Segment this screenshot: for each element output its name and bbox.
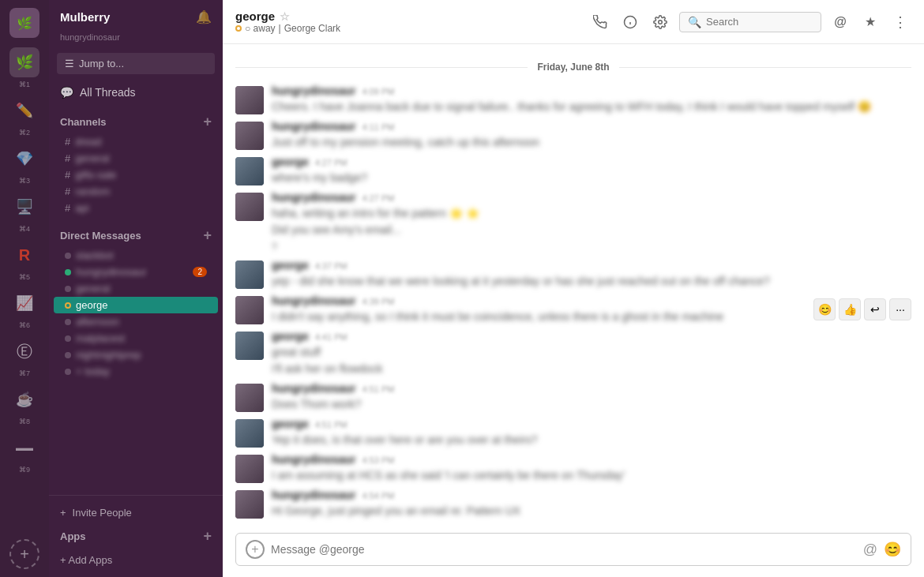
more-icon[interactable]: ⋮ <box>889 11 911 33</box>
message-content: hungrydinosaur 4:09 PM Cheers. I have Jo… <box>272 84 911 115</box>
channel-prefix: # <box>65 136 70 148</box>
avatar <box>235 260 264 289</box>
svg-point-3 <box>659 20 663 24</box>
message-author: hungrydinosaur <box>272 382 356 395</box>
dm-item-hungrydinosaur[interactable]: hungrydinosaur 2 <box>54 264 218 280</box>
message-text: yep - did she know that we were looking … <box>272 273 911 290</box>
star-header-icon[interactable]: ★ <box>859 11 881 33</box>
add-dm-button[interactable]: + <box>203 227 212 244</box>
search-input[interactable] <box>706 16 813 28</box>
add-workspace-button[interactable]: + <box>9 539 39 569</box>
app-icon-group-2: ✏️ ⌘2 <box>9 93 39 137</box>
dm-item-extra2[interactable]: malplacest <box>54 330 218 347</box>
jump-to-label: Jump to... <box>79 58 124 69</box>
message-header: george 4:27 PM <box>272 155 911 168</box>
message-author: hungrydinosaur <box>272 191 356 204</box>
app-icon-7[interactable]: Ⓔ <box>9 336 39 366</box>
jump-to-button[interactable]: ☰ Jump to... <box>57 53 215 74</box>
message-author: hungrydinosaur <box>272 120 356 133</box>
dm-item-slackbot[interactable]: slackbot <box>54 247 218 264</box>
app-icon-group-8: ☕ ⌘8 <box>9 382 39 425</box>
message-text-cont2: ? <box>272 240 911 254</box>
channel-item-dread[interactable]: # dread <box>54 133 218 150</box>
app-icon-8[interactable]: ☕ <box>9 384 39 414</box>
message-row: hungrydinosaur 4:51 PM Does Thom work? <box>223 380 924 415</box>
app-icon-4[interactable]: 🖥️ <box>9 192 39 222</box>
invite-people-button[interactable]: + Invite People <box>49 502 223 523</box>
search-box[interactable]: 🔍 <box>679 12 821 32</box>
dm-item-general2[interactable]: general <box>54 280 218 297</box>
channel-item-gifts[interactable]: # gifts-sale <box>54 167 218 183</box>
channel-item-random[interactable]: # random <box>54 183 218 200</box>
app-icon-label-7: ⌘7 <box>19 369 30 377</box>
mention-icon[interactable]: @ <box>829 11 851 33</box>
online-dot <box>65 269 71 275</box>
status-dot <box>65 352 71 358</box>
settings-icon[interactable] <box>649 11 671 33</box>
dm-item-extra3[interactable]: nightnightprep <box>54 347 218 363</box>
dm-item-extra4[interactable]: + today <box>54 363 218 380</box>
message-header: george 4:51 PM <box>272 418 911 430</box>
message-input[interactable] <box>271 543 857 556</box>
channel-name: dread <box>75 136 101 148</box>
app-icon-label-3: ⌘3 <box>19 177 30 185</box>
more-actions-btn[interactable]: ··· <box>889 298 911 320</box>
app-icon-3[interactable]: 💎 <box>9 144 39 174</box>
status-text: ○ away <box>245 23 276 34</box>
message-text: Hi George, just pinged you an email re: … <box>272 503 911 519</box>
call-icon[interactable] <box>589 11 611 33</box>
dm-name: afternoon <box>76 316 119 328</box>
apps-section-header: Apps + <box>49 523 223 549</box>
add-apps-item[interactable]: + Add Apps <box>49 549 223 571</box>
emoji-reaction-btn[interactable]: 😊 <box>813 298 836 320</box>
message-text: Cheers. I have Joanna back due to signal… <box>272 99 911 115</box>
dm-name: nightnightprep <box>76 349 141 361</box>
star-icon[interactable]: ☆ <box>280 10 290 23</box>
message-time: 4:51 PM <box>362 384 395 394</box>
message-header: george 4:37 PM <box>272 259 911 272</box>
reply-btn[interactable]: ↩ <box>864 298 886 320</box>
message-time: 4:11 PM <box>362 122 395 132</box>
dm-item-extra1[interactable]: afternoon <box>54 313 218 330</box>
channel-name-display: george <box>235 9 275 23</box>
message-text: where's my badge? <box>272 170 911 186</box>
sidebar-header: Mulberry 🔔 <box>49 0 223 31</box>
emoji-picker-icon[interactable]: 😊 <box>884 541 901 558</box>
message-text: Does Thom work? <box>272 396 911 413</box>
channel-name: api <box>75 202 88 214</box>
mention-input-icon[interactable]: @ <box>863 541 877 558</box>
channel-header-status: ○ away | George Clark <box>235 23 589 34</box>
message-row: hungrydinosaur 4:54 PM Hi George, just p… <box>223 486 924 522</box>
dm-name: general <box>76 283 110 294</box>
message-time: 4:54 PM <box>362 491 395 500</box>
invite-people-label: Invite People <box>73 507 132 519</box>
app-icon-5[interactable]: R <box>9 240 39 270</box>
message-author: george <box>272 418 309 430</box>
avatar <box>235 384 264 412</box>
add-channel-button[interactable]: + <box>203 114 212 130</box>
app-icon-1[interactable]: 🌿 <box>9 47 39 77</box>
avatar <box>235 419 264 448</box>
status-dot <box>65 286 71 292</box>
channel-prefix: # <box>65 169 70 181</box>
channels-section-header: Channels + <box>49 103 223 133</box>
bell-icon[interactable]: 🔔 <box>196 9 212 24</box>
app-sidebar: 🌿 🌿 ⌘1 ✏️ ⌘2 💎 ⌘3 🖥️ ⌘4 R ⌘5 📈 ⌘6 Ⓔ ⌘7 ☕… <box>0 0 49 577</box>
app-icon-label-2: ⌘2 <box>19 129 30 137</box>
emoji-reaction-btn2[interactable]: 👍 <box>839 298 861 320</box>
channel-item-general[interactable]: # general <box>54 150 218 167</box>
avatar <box>235 157 264 185</box>
status-separator: | <box>279 23 281 34</box>
app-icon-6[interactable]: 📈 <box>9 288 39 318</box>
add-attachment-button[interactable]: + <box>246 540 265 559</box>
channels-label: Channels <box>60 116 107 128</box>
dm-item-george[interactable]: george <box>54 297 218 313</box>
app-icon-9[interactable]: ▬▬ <box>9 433 39 463</box>
info-icon[interactable] <box>619 11 641 33</box>
message-text: I am assuming at HCS as she said 'I can … <box>272 467 911 484</box>
channel-item-api[interactable]: # api <box>54 200 218 216</box>
add-app-button[interactable]: + <box>203 528 212 545</box>
all-threads-item[interactable]: 💬 All Threads <box>49 82 223 103</box>
app-icon-2[interactable]: ✏️ <box>9 96 39 126</box>
workspace-icon[interactable]: 🌿 <box>9 8 39 38</box>
